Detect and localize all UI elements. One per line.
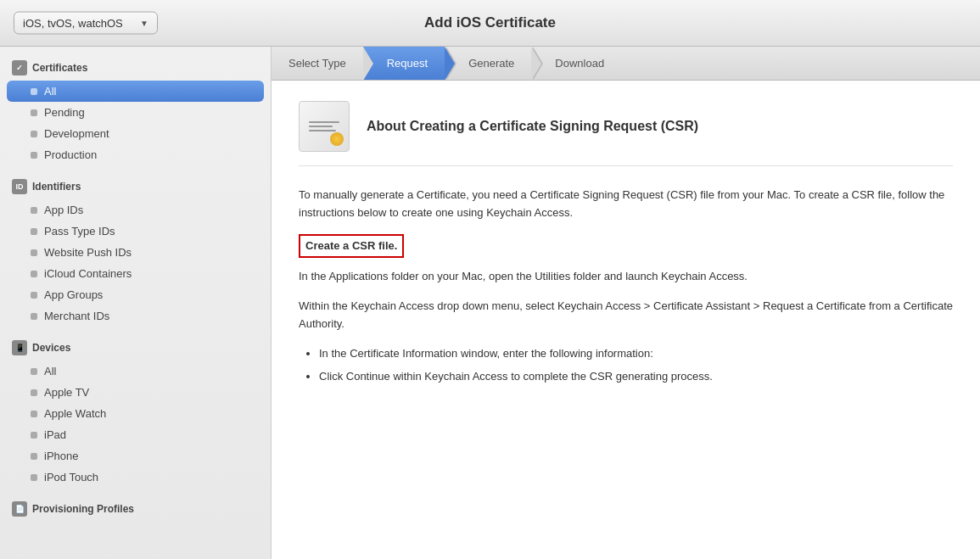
sidebar-item-app-ids[interactable]: App IDs — [0, 199, 271, 221]
sidebar-item-dot — [31, 411, 37, 417]
step-generate-label: Generate — [468, 57, 514, 70]
sidebar-certificates-label: Certificates — [32, 62, 87, 74]
sidebar-item-apple-watch[interactable]: Apple Watch — [0, 403, 271, 424]
content-final-step: Click Continue within Keychain Access to… — [319, 368, 953, 386]
certificates-icon: ✓ — [12, 60, 27, 75]
page-title: Add iOS Certificate — [424, 14, 556, 31]
main-content-area: Select Type Request Generate Download — [272, 47, 980, 559]
sidebar-section-devices: 📱 Devices All Apple TV Apple Watch iPad — [0, 335, 271, 488]
sidebar-item-dot — [31, 368, 37, 375]
content-outer-list: In the Certificate Information window, e… — [319, 345, 953, 386]
step-select-type-label: Select Type — [288, 57, 346, 70]
cert-icon-seal — [330, 132, 344, 146]
step-arrow — [363, 47, 373, 81]
sidebar-item-label: Development — [44, 127, 109, 140]
sidebar-item-merchant-ids[interactable]: Merchant IDs — [0, 305, 271, 327]
csr-link[interactable]: Create a CSR file. — [299, 234, 404, 259]
step-download[interactable]: Download — [531, 47, 621, 80]
content-header: About Creating a Certificate Signing Req… — [299, 101, 953, 166]
sidebar-item-label: Pass Type IDs — [44, 225, 115, 238]
sidebar-item-dot — [31, 474, 37, 481]
sidebar-item-dot — [31, 249, 37, 256]
sidebar-item-label: All — [44, 365, 56, 377]
sidebar-item-label: All — [44, 85, 56, 98]
sidebar-item-dot — [31, 292, 37, 299]
content-body: To manually generate a Certificate, you … — [299, 187, 953, 385]
main-layout: ✓ Certificates All Pending Development P… — [0, 47, 980, 559]
sidebar-item-dot — [31, 88, 37, 95]
platform-select[interactable]: iOS, tvOS, watchOS ▼ — [14, 12, 158, 35]
content-bullet-intro: In the Certificate Information window, e… — [319, 345, 953, 363]
sidebar-item-label: Production — [44, 148, 97, 161]
sidebar-provisioning-label: Provisioning Profiles — [32, 503, 134, 515]
sidebar-item-label: Website Push IDs — [44, 246, 132, 259]
step-request[interactable]: Request — [363, 47, 445, 80]
sidebar-item-all-devices[interactable]: All — [0, 361, 271, 382]
sidebar-item-dot — [31, 228, 37, 235]
content-step1: In the Applications folder on your Mac, … — [299, 268, 953, 286]
sidebar-item-dot — [31, 432, 37, 439]
sidebar-item-pass-type-ids[interactable]: Pass Type IDs — [0, 221, 271, 242]
cert-icon-line-2 — [309, 126, 333, 127]
sidebar-item-label: App IDs — [44, 204, 83, 216]
platform-select-text: iOS, tvOS, watchOS — [23, 17, 123, 30]
sidebar-item-dot — [31, 152, 37, 159]
sidebar-item-app-groups[interactable]: App Groups — [0, 284, 271, 305]
sidebar-item-iphone[interactable]: iPhone — [0, 445, 271, 467]
sidebar-item-dot — [31, 453, 37, 460]
sidebar: ✓ Certificates All Pending Development P… — [0, 47, 272, 559]
cert-icon-line-1 — [309, 121, 339, 123]
sidebar-item-label: iPhone — [44, 450, 78, 462]
sidebar-item-label: Apple TV — [44, 386, 89, 399]
sidebar-item-production[interactable]: Production — [0, 144, 271, 165]
chevron-down-icon: ▼ — [140, 19, 148, 28]
step-request-label: Request — [387, 57, 428, 70]
identifiers-icon: ID — [12, 179, 27, 194]
sidebar-devices-label: Devices — [32, 342, 70, 354]
sidebar-section-header-provisioning: 📄 Provisioning Profiles — [0, 496, 271, 522]
sidebar-section-identifiers: ID Identifiers App IDs Pass Type IDs Web… — [0, 174, 271, 327]
content: About Creating a Certificate Signing Req… — [272, 81, 980, 559]
sidebar-item-label: iCloud Containers — [44, 267, 132, 280]
sidebar-item-label: iPod Touch — [44, 471, 98, 484]
sidebar-item-label: Merchant IDs — [44, 310, 109, 322]
sidebar-item-dot — [31, 313, 37, 320]
content-step2: Within the Keychain Access drop down men… — [299, 298, 953, 333]
sidebar-item-ipod-touch[interactable]: iPod Touch — [0, 467, 271, 488]
content-intro: To manually generate a Certificate, you … — [299, 187, 953, 222]
sidebar-section-header-devices: 📱 Devices — [0, 335, 271, 361]
sidebar-section-certificates: ✓ Certificates All Pending Development P… — [0, 55, 271, 165]
sidebar-item-label: App Groups — [44, 288, 103, 301]
sidebar-item-icloud-containers[interactable]: iCloud Containers — [0, 263, 271, 284]
step-arrow — [531, 47, 541, 81]
sidebar-section-header-certificates: ✓ Certificates — [0, 55, 271, 81]
certificate-icon — [299, 101, 350, 152]
sidebar-item-ipad[interactable]: iPad — [0, 424, 271, 445]
sidebar-item-pending[interactable]: Pending — [0, 102, 271, 123]
provisioning-icon: 📄 — [12, 501, 27, 517]
sidebar-section-provisioning: 📄 Provisioning Profiles — [0, 496, 271, 522]
sidebar-item-dot — [31, 271, 37, 277]
sidebar-item-label: iPad — [44, 428, 66, 441]
sidebar-item-dot — [31, 207, 37, 214]
step-bar: Select Type Request Generate Download — [272, 47, 980, 81]
sidebar-item-development[interactable]: Development — [0, 123, 271, 144]
cert-icon-line-3 — [309, 130, 336, 131]
sidebar-section-header-identifiers: ID Identifiers — [0, 174, 271, 199]
sidebar-item-all-certs[interactable]: All — [7, 81, 264, 102]
sidebar-item-dot — [31, 131, 37, 137]
content-heading: About Creating a Certificate Signing Req… — [367, 119, 698, 134]
sidebar-item-dot — [31, 109, 37, 116]
sidebar-item-label: Apple Watch — [44, 407, 106, 420]
devices-icon: 📱 — [12, 340, 27, 355]
step-select-type[interactable]: Select Type — [272, 47, 363, 80]
step-arrow — [445, 47, 455, 81]
step-generate[interactable]: Generate — [445, 47, 531, 80]
step-download-label: Download — [555, 57, 604, 70]
sidebar-item-apple-tv[interactable]: Apple TV — [0, 382, 271, 403]
sidebar-identifiers-label: Identifiers — [32, 181, 81, 193]
sidebar-item-website-push-ids[interactable]: Website Push IDs — [0, 242, 271, 263]
header: iOS, tvOS, watchOS ▼ Add iOS Certificate — [0, 0, 980, 47]
sidebar-item-dot — [31, 389, 37, 396]
sidebar-item-label: Pending — [44, 106, 85, 119]
